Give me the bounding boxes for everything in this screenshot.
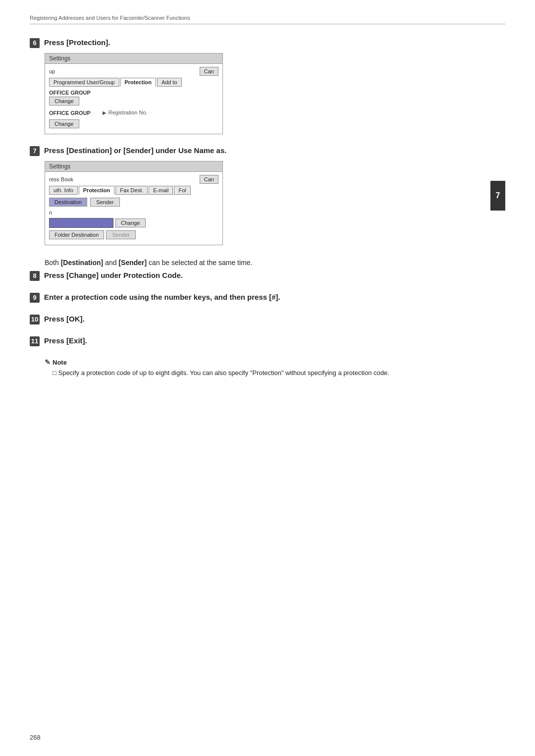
panel1-change2-btn[interactable]: Change xyxy=(49,119,79,128)
step9-heading: 9 Enter a protection code using the numb… xyxy=(30,293,505,303)
step6-num: 6 xyxy=(30,38,40,48)
settings-panel-1: Settings up Can Programmed User/Group Pr… xyxy=(45,53,223,134)
sender-btn[interactable]: Sender xyxy=(90,198,120,207)
page-number: 268 xyxy=(30,734,41,741)
panel1-group2-label: OFFICE GROUP xyxy=(49,110,91,116)
panel1-up-label: up xyxy=(49,68,55,74)
tab-email[interactable]: E-mail xyxy=(149,186,173,195)
panel2-change-btn[interactable]: Change xyxy=(115,218,146,227)
both-text-block: Both [Destination] and [Sender] can be s… xyxy=(45,257,505,268)
step8-label: Press [Change] under Protection Code. xyxy=(44,271,183,279)
panel1-arrow: ▶ xyxy=(103,110,107,115)
tab-protection[interactable]: Protection xyxy=(120,78,156,87)
note-text: □ Specify a protection code of up to eig… xyxy=(53,368,505,378)
step10-heading: 10 Press [OK]. xyxy=(30,315,505,324)
step10-num: 10 xyxy=(30,315,40,324)
step6-heading: 6 Press [Protection]. xyxy=(30,38,505,48)
sender-bold: [Sender] xyxy=(118,259,147,267)
panel2-tabs: uth. Info Protection Fax Dest. E-mail Fo… xyxy=(49,186,218,195)
panel1-change2-row: Change xyxy=(49,119,218,128)
panel1-body: up Can Programmed User/Group Protection … xyxy=(45,64,222,134)
settings-panel-2: Settings ress Book Can uth. Info Protect… xyxy=(45,161,223,245)
step9-label: Enter a protection code using the number… xyxy=(44,293,280,301)
note-icon: ✎ xyxy=(45,358,51,366)
panel1-reg-label: Registration No. xyxy=(108,109,148,115)
panel2-colored-change: Change xyxy=(49,218,218,228)
panel2-dest-sender: Destination Sender xyxy=(49,198,218,207)
panel1-titlebar: Settings xyxy=(45,54,222,64)
panel1-cancel-btn[interactable]: Can xyxy=(200,67,218,76)
tab-addto[interactable]: Add to xyxy=(157,78,182,87)
step7-section: 7 Press [Destination] or [Sender] under … xyxy=(30,146,505,245)
note-label: Note xyxy=(53,359,67,366)
step10-label: Press [OK]. xyxy=(44,315,85,323)
panel2-n-row: n xyxy=(49,210,218,216)
step9-block: 9 Enter a protection code using the numb… xyxy=(30,293,505,303)
step8-block: 8 Press [Change] under Protection Code. xyxy=(30,271,505,281)
destination-btn[interactable]: Destination xyxy=(49,198,87,207)
panel1-top-row: up Can xyxy=(49,67,218,76)
both-text: Both xyxy=(45,259,61,267)
tab-protection2[interactable]: Protection xyxy=(79,186,114,195)
step11-block: 11 Press [Exit]. xyxy=(30,336,505,346)
step10-block: 10 Press [OK]. xyxy=(30,315,505,324)
step11-heading: 11 Press [Exit]. xyxy=(30,336,505,346)
panel2-folder-row: Folder Destination Sender xyxy=(49,230,218,239)
page-header: Registering Addresses and Users for Facs… xyxy=(30,15,505,24)
step8-heading: 8 Press [Change] under Protection Code. xyxy=(30,271,505,281)
tab-fax-dest[interactable]: Fax Dest. xyxy=(115,186,148,195)
panel2-cancel-btn[interactable]: Can xyxy=(200,175,218,184)
panel1-group2-row: OFFICE GROUP ▶ Registration No. xyxy=(49,108,218,117)
tab-fol[interactable]: Fol xyxy=(174,186,190,195)
panel2-titlebar: Settings xyxy=(45,162,222,172)
panel2-body: ress Book Can uth. Info Protection Fax D… xyxy=(45,172,222,245)
step6-label: Press [Protection]. xyxy=(44,38,110,47)
step9-num: 9 xyxy=(30,293,40,303)
panel2-top-row: ress Book Can xyxy=(49,175,218,184)
note-heading: ✎ Note xyxy=(45,358,505,366)
note-body: Specify a protection code of up to eight… xyxy=(58,369,389,377)
step8-num: 8 xyxy=(30,271,40,281)
step11-label: Press [Exit]. xyxy=(44,336,87,345)
tab-programmed[interactable]: Programmed User/Group xyxy=(49,78,119,87)
panel1-change1-btn[interactable]: Change xyxy=(49,97,79,106)
note-section: ✎ Note □ Specify a protection code of up… xyxy=(45,358,505,378)
colored-bar xyxy=(49,218,113,228)
panel2-book-label: ress Book xyxy=(49,176,73,182)
step11-num: 11 xyxy=(30,336,40,346)
tab-auth-info[interactable]: uth. Info xyxy=(49,186,78,195)
step6-block: 6 Press [Protection]. Settings up Can Pr… xyxy=(30,38,505,134)
sender2-btn[interactable]: Sender xyxy=(106,230,136,239)
destination-bold: [Destination] xyxy=(61,259,104,267)
and-text: and xyxy=(103,259,118,267)
can-text: can be selected at the same time. xyxy=(147,259,252,267)
step7-label: Press [Destination] or [Sender] under Us… xyxy=(44,146,226,155)
step7-num: 7 xyxy=(30,146,40,156)
panel1-tabs: Programmed User/Group Protection Add to xyxy=(49,78,218,87)
panel2-n-label: n xyxy=(49,210,52,216)
panel1-change1-row: Change xyxy=(49,97,218,106)
folder-dest-btn[interactable]: Folder Destination xyxy=(49,230,104,239)
panel1-group1-label: OFFICE GROUP xyxy=(49,90,218,96)
side-number-box: 7 xyxy=(490,181,505,211)
step7-heading: 7 Press [Destination] or [Sender] under … xyxy=(30,146,505,156)
step7-block: 7 Press [Destination] or [Sender] under … xyxy=(30,146,505,245)
